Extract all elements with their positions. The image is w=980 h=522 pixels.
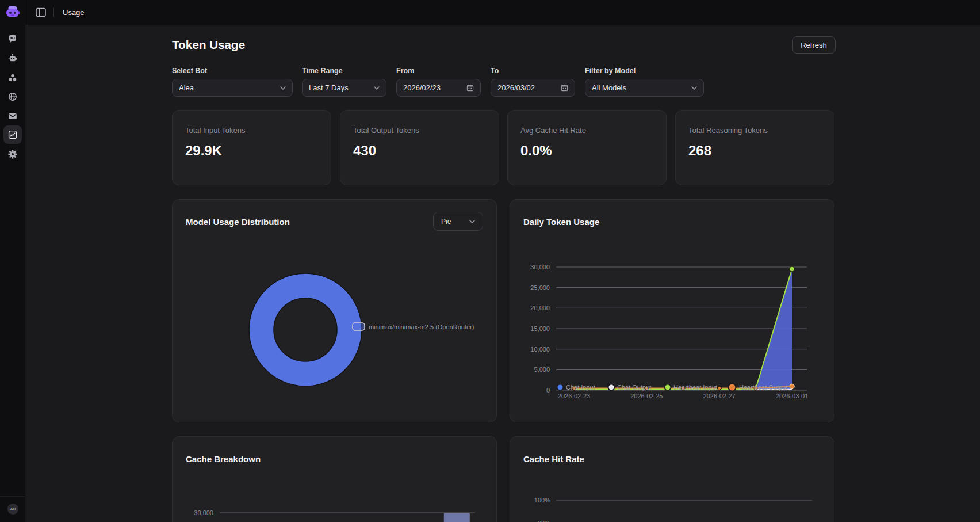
filter-model-value: All Models [592,83,626,92]
sidebar-item-bots[interactable] [3,49,22,67]
globe-icon [8,92,17,101]
sidebar: AO [0,0,25,522]
card-title: Cache Breakdown [186,454,261,464]
envelope-icon [8,112,17,121]
to-date-value: 2026/03/02 [497,83,535,92]
gear-icon [8,150,17,159]
from-date-value: 2026/02/23 [403,83,441,92]
chat-bubble-icon [8,35,17,44]
cache-breakdown-chart: 30,00025,00020,00015,00010,0005,0000 [173,437,497,522]
stat-value: 0.0% [520,143,552,159]
daily-token-usage-card: Daily Token Usage 05,00010,00015,00020,0… [510,199,834,422]
chart-type-dropdown[interactable]: Pie [433,212,483,231]
stat-label: Avg Cache Hit Rate [520,126,586,135]
calendar-icon [466,84,474,92]
chevron-down-icon [469,220,475,223]
page-title: Token Usage [172,38,245,52]
from-date-field[interactable]: 2026/02/23 [396,79,481,97]
svg-text:25,000: 25,000 [530,284,550,291]
svg-text:30,000: 30,000 [194,509,213,516]
svg-text:80%: 80% [538,520,550,522]
svg-text:2026-03-01: 2026-03-01 [776,393,808,399]
topbar-divider [53,8,54,17]
sidebar-divider [0,496,25,497]
sidebar-item-web[interactable] [3,87,22,106]
svg-text:15,000: 15,000 [530,325,550,332]
time-range-value: Last 7 Days [309,83,349,92]
select-bot-label: Select Bot [172,67,207,75]
to-date-field[interactable]: 2026/03/02 [491,79,575,97]
select-bot-dropdown[interactable]: Alea [172,79,293,97]
svg-text:Chat Output: Chat Output [617,384,651,391]
svg-text:30,000: 30,000 [530,264,550,270]
avatar-initials: AO [10,507,16,511]
chevron-down-icon [374,86,380,90]
svg-text:2026-02-23: 2026-02-23 [558,393,590,399]
sidebar-item-settings[interactable] [3,145,22,163]
cache-hit-rate-chart: 100%80%60%40%20%0% [510,437,835,522]
select-bot-value: Alea [179,83,194,92]
svg-text:100%: 100% [534,497,550,504]
svg-text:2026-02-27: 2026-02-27 [703,393,736,399]
model-usage-distribution-card: Model Usage Distribution Pie minimax/min… [172,199,497,422]
daily-token-usage-chart: 05,00010,00015,00020,00025,00030,000Chat… [510,200,835,423]
chart-type-value: Pie [441,218,451,226]
model-usage-pie-chart: minimax/minimax-m2.5 (OpenRouter) [173,200,497,423]
cache-hit-rate-card: Cache Hit Rate 100%80%60%40%20%0% [510,436,834,522]
stat-label: Total Reasoning Tokens [688,126,768,135]
from-date-label: From [396,67,414,75]
svg-text:0: 0 [546,387,550,394]
sidebar-item-mail[interactable] [3,107,22,125]
stat-label: Total Output Tokens [353,126,419,135]
svg-text:2026-02-25: 2026-02-25 [630,393,663,399]
sidebar-toggle-icon[interactable] [36,7,46,17]
calendar-icon [561,84,568,92]
svg-text:Heartbeat Output: Heartbeat Output [739,384,787,391]
svg-text:Chat Input: Chat Input [566,384,595,391]
topbar: Usage [25,0,980,25]
svg-text:20,000: 20,000 [530,304,550,311]
topbar-title: Usage [63,8,85,17]
sidebar-item-usage[interactable] [3,125,22,144]
line-chart-icon [8,130,17,139]
svg-text:5,000: 5,000 [534,366,550,373]
to-date-label: To [491,67,499,75]
chevron-down-icon [280,86,286,90]
stat-card-cache-hit-rate: Avg Cache Hit Rate 0.0% [507,110,667,185]
svg-text:10,000: 10,000 [530,346,550,353]
svg-text:Heartbeat Input: Heartbeat Input [673,384,717,391]
sidebar-item-nodes[interactable] [3,68,22,87]
stat-value: 268 [688,143,711,159]
filter-model-label: Filter by Model [585,67,636,75]
sidebar-item-chats[interactable] [3,30,22,48]
cache-breakdown-card: Cache Breakdown 30,00025,00020,00015,000… [172,436,497,522]
stat-label: Total Input Tokens [185,126,246,135]
time-range-label: Time Range [302,67,343,75]
robot-icon [8,54,17,63]
main-content: Token Usage Refresh Select Bot Alea Time… [25,25,980,522]
stat-card-total-output: Total Output Tokens 430 [340,110,499,185]
chevron-down-icon [691,86,697,90]
refresh-button[interactable]: Refresh [792,36,836,54]
card-title: Daily Token Usage [523,217,599,227]
card-title: Cache Hit Rate [523,454,584,464]
filter-model-dropdown[interactable]: All Models [585,79,704,97]
svg-text:minimax/minimax-m2.5 (OpenRout: minimax/minimax-m2.5 (OpenRouter) [369,323,474,330]
stat-value: 430 [353,143,376,159]
stat-value: 29.9K [185,143,222,159]
app-logo-robot-icon[interactable] [5,5,20,20]
stat-card-total-input: Total Input Tokens 29.9K [172,110,331,185]
user-avatar[interactable]: AO [7,504,18,515]
stat-card-reasoning: Total Reasoning Tokens 268 [675,110,834,185]
card-title: Model Usage Distribution [186,217,290,227]
time-range-dropdown[interactable]: Last 7 Days [302,79,386,97]
nodes-cluster-icon [8,73,17,82]
